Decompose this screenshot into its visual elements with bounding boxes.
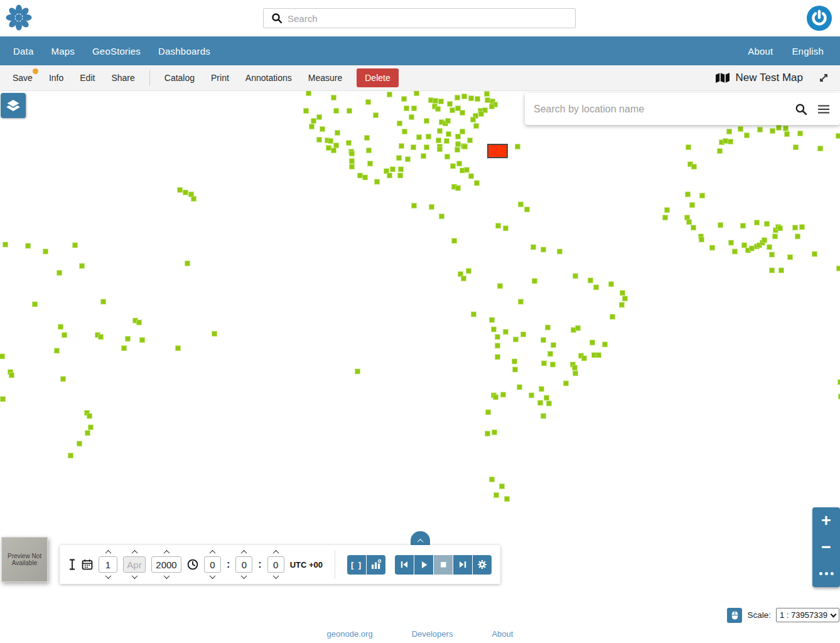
map-point[interactable] bbox=[475, 97, 480, 101]
map-point[interactable] bbox=[551, 362, 555, 367]
fullscreen-button[interactable] bbox=[819, 73, 829, 83]
map-point[interactable] bbox=[101, 300, 105, 304]
map-point[interactable] bbox=[498, 284, 502, 288]
map-point[interactable] bbox=[770, 252, 774, 257]
map-point[interactable] bbox=[505, 497, 509, 501]
map-point[interactable] bbox=[450, 108, 455, 112]
map-point[interactable] bbox=[426, 134, 431, 139]
map-point[interactable] bbox=[474, 124, 478, 128]
map-point[interactable] bbox=[765, 222, 769, 226]
map-point[interactable] bbox=[80, 264, 84, 268]
map-point[interactable] bbox=[492, 327, 496, 332]
map-point[interactable] bbox=[429, 98, 433, 102]
map-point[interactable] bbox=[387, 92, 392, 97]
map-point[interactable] bbox=[457, 161, 461, 166]
map-point[interactable] bbox=[778, 226, 782, 230]
map-point[interactable] bbox=[433, 99, 438, 103]
map-point[interactable] bbox=[320, 127, 325, 131]
map-point[interactable] bbox=[436, 107, 440, 111]
map-point[interactable] bbox=[512, 359, 517, 364]
map-point[interactable] bbox=[455, 148, 460, 152]
map-point[interactable] bbox=[367, 148, 371, 153]
month-decrease-button[interactable] bbox=[132, 574, 137, 580]
map-point[interactable] bbox=[368, 161, 372, 166]
map-point[interactable] bbox=[363, 175, 367, 180]
map-point[interactable] bbox=[62, 333, 67, 337]
map-point[interactable] bbox=[710, 246, 714, 250]
map-point[interactable] bbox=[43, 249, 48, 254]
map-point[interactable] bbox=[185, 261, 190, 266]
map-point[interactable] bbox=[500, 484, 504, 489]
map-point[interactable] bbox=[794, 145, 798, 149]
map-point[interactable] bbox=[350, 159, 354, 163]
day-decrease-button[interactable] bbox=[106, 574, 110, 580]
map-point[interactable] bbox=[438, 129, 442, 133]
map-point[interactable] bbox=[818, 146, 822, 151]
map-point[interactable] bbox=[495, 355, 500, 359]
mouse-position-button[interactable] bbox=[727, 608, 742, 623]
map-point[interactable] bbox=[306, 91, 311, 95]
map-point[interactable] bbox=[503, 226, 508, 230]
map-point[interactable] bbox=[541, 338, 546, 342]
map-point[interactable] bbox=[564, 381, 568, 386]
map-point[interactable] bbox=[212, 332, 217, 336]
map-point[interactable] bbox=[58, 325, 63, 329]
seconds-field[interactable] bbox=[267, 556, 284, 573]
map-point[interactable] bbox=[529, 393, 534, 397]
search-options-button[interactable] bbox=[817, 104, 830, 115]
map-point[interactable] bbox=[456, 186, 460, 190]
map-point[interactable] bbox=[465, 168, 469, 172]
map-point[interactable] bbox=[785, 132, 789, 136]
map-point[interactable] bbox=[663, 215, 667, 220]
map-point[interactable] bbox=[795, 234, 800, 239]
map-point[interactable] bbox=[183, 190, 188, 195]
map-point[interactable] bbox=[335, 131, 340, 135]
zoom-out-button[interactable]: − bbox=[812, 534, 840, 560]
map-point[interactable] bbox=[557, 249, 562, 254]
map-point[interactable] bbox=[755, 220, 759, 225]
map-point[interactable] bbox=[438, 147, 442, 151]
map-point[interactable] bbox=[326, 146, 331, 150]
map-point[interactable] bbox=[429, 205, 434, 209]
map-annotation-rect[interactable] bbox=[487, 144, 508, 158]
map-point[interactable] bbox=[812, 252, 817, 256]
map-point[interactable] bbox=[439, 99, 443, 104]
map-point[interactable] bbox=[402, 97, 406, 101]
map-point[interactable] bbox=[592, 353, 596, 357]
map-point[interactable] bbox=[758, 127, 762, 132]
map-point[interactable] bbox=[571, 328, 576, 332]
map-point[interactable] bbox=[399, 167, 403, 171]
map-point[interactable] bbox=[521, 332, 525, 337]
map-point[interactable] bbox=[686, 192, 690, 197]
map-point[interactable] bbox=[424, 145, 429, 149]
map-point[interactable] bbox=[610, 315, 615, 319]
map-point[interactable] bbox=[503, 330, 508, 334]
map-point[interactable] bbox=[798, 131, 802, 136]
map-point[interactable] bbox=[532, 279, 537, 283]
map-point[interactable] bbox=[417, 135, 421, 139]
year-increase-button[interactable] bbox=[164, 549, 169, 555]
map-point[interactable] bbox=[397, 156, 401, 160]
map-point[interactable] bbox=[99, 335, 103, 339]
map-point[interactable] bbox=[1, 397, 5, 401]
map-point[interactable] bbox=[404, 106, 409, 111]
map-point[interactable] bbox=[623, 296, 627, 301]
map-point[interactable] bbox=[541, 247, 546, 252]
map-point[interactable] bbox=[399, 144, 404, 148]
map-point[interactable] bbox=[692, 165, 696, 169]
map-point[interactable] bbox=[55, 349, 59, 353]
map-point[interactable] bbox=[406, 157, 410, 161]
map-point[interactable] bbox=[57, 271, 62, 275]
map-point[interactable] bbox=[85, 431, 90, 435]
map-point[interactable] bbox=[334, 109, 338, 113]
map-point[interactable] bbox=[469, 96, 473, 100]
map-point[interactable] bbox=[402, 129, 407, 134]
stop-button[interactable] bbox=[434, 555, 453, 575]
map-point[interactable] bbox=[742, 243, 746, 247]
month-field[interactable] bbox=[123, 556, 146, 573]
map-point[interactable] bbox=[793, 225, 797, 230]
map-point[interactable] bbox=[767, 245, 772, 249]
map-point[interactable] bbox=[448, 102, 452, 106]
map-point[interactable] bbox=[421, 154, 426, 158]
catalog-button[interactable]: Catalog bbox=[164, 73, 195, 83]
